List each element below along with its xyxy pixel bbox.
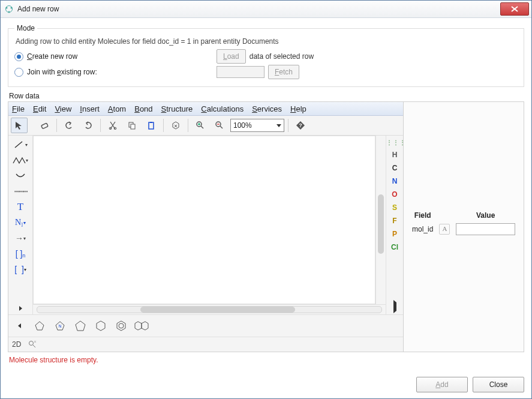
- undo-button[interactable]: [61, 118, 77, 133]
- element-C[interactable]: C: [386, 164, 403, 172]
- eraser-tool[interactable]: [36, 118, 53, 133]
- brackets-tool[interactable]: [ ] ▾: [11, 263, 29, 276]
- zoom-out-button[interactable]: [211, 118, 228, 133]
- menu-insert[interactable]: Insert: [80, 104, 100, 113]
- menu-atom[interactable]: Atom: [108, 104, 126, 113]
- left-palette: ▾ ▾ ┉┉┉ T N]▾ → ▾ [ ]n [ ] ▾: [8, 136, 33, 314]
- error-message: Molecule structure is empty.: [9, 356, 524, 364]
- ruler-tool[interactable]: ┉┉┉: [11, 185, 29, 198]
- svg-rect-9: [149, 122, 154, 129]
- hexagon-shape[interactable]: [94, 319, 108, 333]
- svg-point-2: [11, 7, 13, 9]
- svg-rect-10: [150, 122, 152, 123]
- zoom-in-button[interactable]: [192, 118, 209, 133]
- status-search-icon[interactable]: [28, 340, 37, 349]
- menu-help[interactable]: Help: [290, 104, 306, 113]
- editor-body: ▾ ▾ ┉┉┉ T N]▾ → ▾ [ ]n [ ] ▾: [8, 136, 403, 314]
- periodic-table-button[interactable]: ⋮⋮⋮: [386, 139, 403, 146]
- svg-point-3: [8, 11, 10, 13]
- name-tool[interactable]: N]▾: [11, 216, 29, 229]
- client-area: Mode Adding row to child entity Molecule…: [1, 18, 531, 398]
- element-N[interactable]: N: [386, 177, 403, 185]
- menu-structure[interactable]: Structure: [161, 104, 193, 113]
- svg-rect-8: [131, 124, 135, 129]
- zoom-value: 100%: [233, 121, 252, 130]
- editor-status: 2D: [8, 337, 403, 352]
- col-field: Field: [410, 210, 435, 221]
- svg-rect-4: [41, 123, 49, 129]
- bond-single-tool[interactable]: ▾: [11, 138, 29, 151]
- cyclopentane-N-shape[interactable]: N: [53, 319, 67, 333]
- rowdata-label: Row data: [9, 92, 524, 100]
- text-tool[interactable]: T: [11, 200, 29, 214]
- chain-tool[interactable]: ▾: [11, 154, 29, 167]
- field-table: Field Value mol_id A: [408, 209, 519, 238]
- text-type-icon: A: [439, 224, 450, 235]
- select-tool[interactable]: [11, 118, 28, 133]
- svg-line-16: [15, 142, 22, 148]
- help-icon[interactable]: ?: [292, 118, 309, 133]
- shape-expand-left[interactable]: [12, 319, 26, 333]
- add-button[interactable]: Add: [416, 377, 468, 392]
- element-Cl[interactable]: Cl: [386, 243, 403, 251]
- status-2d: 2D: [12, 340, 21, 349]
- arrow-tool[interactable]: → ▾: [11, 232, 29, 245]
- editor-frame: File Edit View Insert Atom Bond Structur…: [8, 101, 524, 352]
- fetch-button[interactable]: Fetch: [268, 65, 299, 79]
- fused-ring-shape[interactable]: [134, 319, 149, 333]
- radio-join-row[interactable]: [14, 68, 23, 77]
- copy-button[interactable]: [124, 118, 140, 133]
- brackets-n-tool[interactable]: [ ]n: [11, 247, 29, 260]
- mode-group: Mode Adding row to child entity Molecule…: [8, 24, 524, 87]
- pentagon-shape[interactable]: [73, 319, 88, 333]
- col-value: Value: [453, 210, 518, 221]
- menu-edit[interactable]: Edit: [33, 104, 46, 113]
- svg-marker-25: [142, 322, 148, 330]
- svg-point-26: [29, 341, 34, 346]
- side-panel: Field Value mol_id A: [404, 102, 524, 352]
- field-name: mol_id: [412, 225, 433, 233]
- menu-calculations[interactable]: Calculations: [201, 104, 244, 113]
- redo-button[interactable]: [80, 118, 97, 133]
- cyclopentane-shape[interactable]: [32, 319, 47, 333]
- vertical-scrollbar[interactable]: [375, 136, 386, 304]
- load-button[interactable]: Load: [217, 49, 246, 64]
- app-icon: [4, 4, 14, 14]
- menu-services[interactable]: Services: [252, 104, 282, 113]
- radio-create-row[interactable]: [14, 52, 23, 61]
- svg-marker-22: [117, 321, 125, 331]
- mol-id-input[interactable]: [456, 223, 515, 235]
- benzene-shape[interactable]: [114, 319, 128, 333]
- paste-button[interactable]: [143, 118, 160, 133]
- cut-button[interactable]: [104, 118, 121, 133]
- menu-bond[interactable]: Bond: [134, 104, 152, 113]
- element-F[interactable]: F: [386, 217, 403, 225]
- toolbar: 100% ?: [8, 116, 403, 136]
- clean-tool[interactable]: [167, 118, 184, 133]
- element-expand-icon[interactable]: [386, 302, 403, 311]
- canvas-area: [33, 136, 386, 314]
- element-H[interactable]: H: [386, 151, 403, 159]
- svg-marker-21: [97, 321, 105, 331]
- menu-file[interactable]: File: [12, 104, 25, 113]
- radio-create-row-label[interactable]: Create new row: [27, 52, 183, 61]
- close-button[interactable]: Close: [473, 377, 524, 392]
- table-row: mol_id A: [410, 222, 518, 236]
- svg-marker-17: [35, 322, 44, 330]
- mode-description: Adding row to child entity Molecules for…: [16, 37, 518, 46]
- menu-view[interactable]: View: [55, 104, 71, 113]
- palette-expand-icon[interactable]: [17, 305, 24, 312]
- zoom-combo[interactable]: 100%: [230, 119, 284, 132]
- element-P[interactable]: P: [386, 230, 403, 238]
- window-close-button[interactable]: [500, 2, 529, 16]
- radio-join-row-label[interactable]: Join with existing row:: [27, 68, 183, 76]
- shape-bar: N: [8, 314, 403, 337]
- menubar: File Edit View Insert Atom Bond Structur…: [8, 102, 403, 116]
- mode-legend: Mode: [14, 24, 37, 32]
- element-O[interactable]: O: [386, 190, 403, 199]
- arc-tool[interactable]: [11, 169, 29, 182]
- svg-point-23: [119, 323, 124, 328]
- element-S[interactable]: S: [386, 203, 403, 212]
- molecule-canvas[interactable]: [33, 136, 375, 304]
- horizontal-scrollbar[interactable]: [33, 304, 386, 314]
